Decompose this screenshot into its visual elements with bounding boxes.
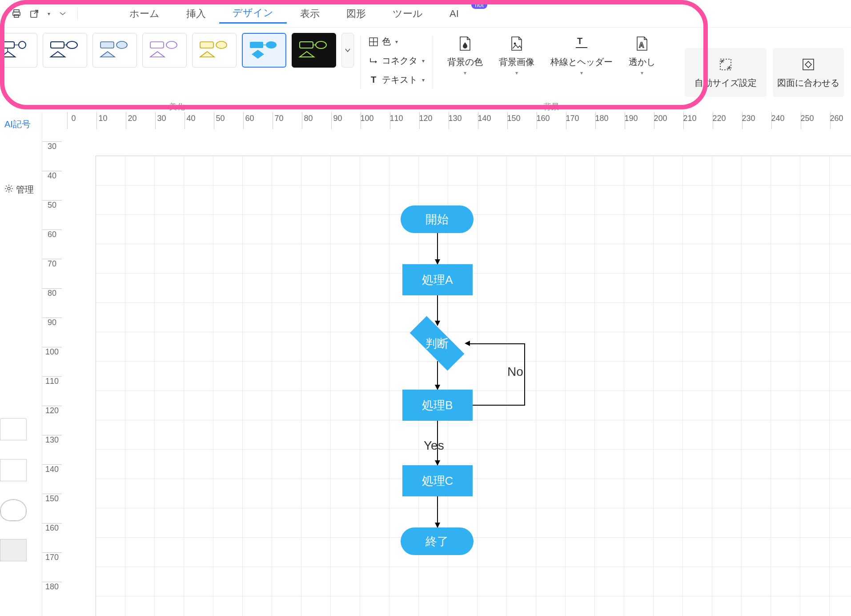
- svg-rect-8: [51, 42, 64, 48]
- theme-thumb-5[interactable]: [192, 33, 237, 68]
- start-label: 開始: [426, 212, 449, 227]
- flowchart-arrow[interactable]: [437, 233, 438, 264]
- flowchart-end-node[interactable]: 終了: [401, 527, 474, 555]
- svg-rect-13: [150, 42, 164, 48]
- flowchart-arrow[interactable]: [437, 496, 438, 527]
- ruler-tick: 110: [390, 112, 402, 129]
- horizontal-ruler: 0102030405060708090100110120130140150160…: [42, 112, 851, 129]
- flowchart-process-c-node[interactable]: 処理C: [402, 465, 473, 496]
- ruler-tick: 170: [566, 112, 578, 129]
- workspace: AI記号 管理 01020304050607080901001101201301…: [0, 112, 851, 616]
- top-menu-bar: ▾ ホーム 挿入 デザイン 表示 図形 ツール AI hot: [0, 0, 851, 28]
- flowchart-connector[interactable]: [524, 343, 525, 406]
- drawing-canvas[interactable]: 開始 処理A 判断 処理B No Yes: [62, 129, 851, 616]
- ruler-tick: 140: [42, 464, 62, 474]
- ruler-tick: 60: [42, 229, 62, 239]
- theme-thumb-4[interactable]: [142, 33, 187, 68]
- svg-point-21: [316, 41, 326, 48]
- fit-drawing-button[interactable]: 図面に合わせる: [773, 48, 844, 97]
- ruler-tick: 50: [214, 112, 226, 129]
- svg-point-5: [19, 41, 26, 48]
- svg-rect-11: [100, 42, 114, 48]
- separator: [77, 8, 78, 20]
- background-color-label: 背景の色: [447, 56, 483, 68]
- flowchart-process-a-node[interactable]: 処理A: [402, 264, 473, 295]
- tab-design[interactable]: デザイン: [219, 4, 287, 24]
- tab-view[interactable]: 表示: [287, 4, 333, 23]
- caret-down-icon: ▾: [422, 77, 425, 83]
- ribbon-group-fit: 自動サイズ設定 図面に合わせる: [678, 33, 850, 112]
- svg-rect-31: [803, 59, 814, 70]
- connector-dropdown[interactable]: コネクタ ▾: [367, 54, 426, 68]
- palette-shape-sliver[interactable]: [0, 499, 27, 521]
- ruler-tick: 100: [42, 347, 62, 357]
- caret-down-icon: ▾: [641, 70, 643, 76]
- ruler-tick: 70: [273, 112, 285, 129]
- background-image-button[interactable]: 背景画像 ▾: [491, 33, 542, 76]
- border-header-button[interactable]: T 枠線とヘッダー ▾: [542, 33, 621, 76]
- ruler-tick: 60: [243, 112, 256, 129]
- flowchart-edge-no-label[interactable]: No: [507, 365, 523, 379]
- color-dropdown[interactable]: 色 ▾: [367, 35, 426, 48]
- ruler-tick: 210: [683, 112, 696, 129]
- svg-rect-20: [300, 42, 313, 48]
- background-image-label: 背景画像: [499, 56, 534, 68]
- more-chevrons-icon[interactable]: [55, 6, 70, 21]
- theme-thumb-6-selected[interactable]: [242, 33, 286, 68]
- palette-shape-sliver[interactable]: [0, 539, 27, 561]
- palette-shape-sliver[interactable]: [0, 459, 27, 481]
- svg-point-9: [67, 41, 77, 48]
- ruler-tick: 260: [830, 112, 843, 129]
- watermark-button[interactable]: A 透かし ▾: [621, 33, 663, 76]
- ruler-tick: 130: [449, 112, 461, 129]
- flowchart-start-node[interactable]: 開始: [401, 205, 474, 233]
- flowchart-arrow[interactable]: [437, 295, 438, 326]
- tab-shapes[interactable]: 図形: [333, 4, 379, 23]
- sidebar-manage-item[interactable]: 管理: [0, 177, 42, 203]
- palette-shape-sliver[interactable]: [0, 418, 27, 440]
- ribbon-group-label-beautify: 美化: [169, 101, 185, 112]
- flowchart-connector[interactable]: [470, 343, 525, 344]
- svg-rect-17: [250, 42, 263, 48]
- autosize-button[interactable]: 自動サイズ設定: [685, 48, 767, 97]
- end-label: 終了: [426, 534, 449, 549]
- ruler-tick: 10: [96, 112, 109, 129]
- arrowhead-icon: [465, 341, 470, 346]
- ruler-tick: 160: [537, 112, 549, 129]
- hot-badge: hot: [471, 1, 487, 9]
- print-icon[interactable]: [9, 6, 24, 21]
- flowchart-connector[interactable]: [473, 405, 524, 406]
- caret-down-icon: ▾: [515, 70, 518, 76]
- tab-insert[interactable]: 挿入: [173, 4, 219, 23]
- text-dropdown[interactable]: T テキスト ▾: [367, 73, 426, 87]
- ruler-tick: 180: [595, 112, 608, 129]
- tab-home[interactable]: ホーム: [116, 4, 173, 23]
- export-share-icon[interactable]: [27, 6, 42, 21]
- flowchart-arrow[interactable]: [437, 361, 438, 390]
- ruler-tick: 240: [771, 112, 784, 129]
- flowchart-decision-node[interactable]: 判断: [410, 326, 464, 361]
- autosize-icon: [718, 56, 733, 72]
- paint-drop-doc-icon: [458, 36, 473, 52]
- theme-thumb-7-dark[interactable]: [292, 33, 336, 68]
- theme-more-dropdown[interactable]: [341, 33, 354, 68]
- caret-down-icon: ▾: [464, 70, 466, 76]
- tab-ai-label: AI: [450, 8, 459, 19]
- page-boundary: [96, 156, 851, 616]
- background-color-button[interactable]: 背景の色 ▾: [439, 33, 491, 76]
- flowchart-edge-yes-label[interactable]: Yes: [424, 439, 444, 453]
- theme-thumb-1[interactable]: [0, 33, 37, 68]
- theme-thumb-3[interactable]: [92, 33, 137, 68]
- export-dropdown-caret-icon[interactable]: ▾: [44, 6, 52, 21]
- tab-tools[interactable]: ツール: [379, 4, 436, 23]
- flowchart-process-b-node[interactable]: 処理B: [402, 390, 473, 421]
- border-header-icon: T: [574, 36, 589, 52]
- ruler-tick: 30: [42, 141, 62, 151]
- tab-ai[interactable]: AI hot: [436, 5, 479, 22]
- ruler-tick: 100: [361, 112, 373, 129]
- design-ribbon: 美化 色 ▾ コネクタ ▾: [0, 28, 851, 112]
- ruler-tick: 30: [155, 112, 168, 129]
- ruler-tick: 80: [42, 288, 62, 298]
- sidebar-ai-symbols-link[interactable]: AI記号: [0, 112, 42, 137]
- theme-thumb-2[interactable]: [43, 33, 87, 68]
